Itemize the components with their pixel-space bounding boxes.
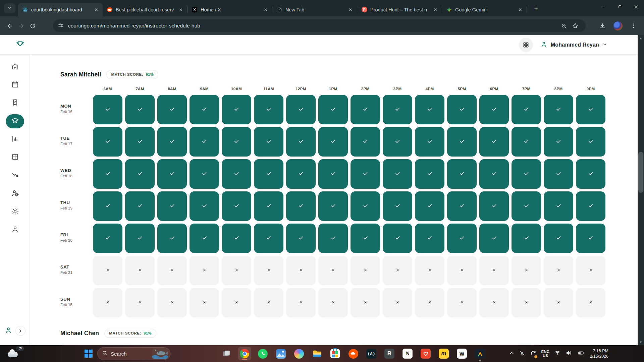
slot-available[interactable] bbox=[383, 95, 412, 124]
slot-available[interactable] bbox=[93, 191, 122, 221]
slot-unavailable[interactable] bbox=[93, 256, 122, 285]
slot-available[interactable] bbox=[447, 224, 477, 253]
sidebar-item-home[interactable] bbox=[6, 60, 24, 74]
taskbar-icon-a-gradient[interactable] bbox=[471, 345, 489, 362]
slot-unavailable[interactable] bbox=[512, 256, 541, 285]
tab-close-icon[interactable] bbox=[178, 7, 184, 13]
slot-available[interactable] bbox=[544, 95, 573, 124]
slot-available[interactable] bbox=[351, 191, 380, 221]
slot-available[interactable] bbox=[254, 127, 283, 157]
taskbar-icon-notion[interactable]: N bbox=[398, 345, 417, 362]
slot-available[interactable] bbox=[286, 191, 316, 221]
slot-unavailable[interactable] bbox=[383, 288, 412, 317]
slot-available[interactable] bbox=[544, 159, 573, 189]
slot-available[interactable] bbox=[222, 191, 251, 221]
slot-available[interactable] bbox=[286, 127, 316, 157]
slot-unavailable[interactable] bbox=[125, 288, 155, 317]
slot-unavailable[interactable] bbox=[157, 288, 187, 317]
slot-available[interactable] bbox=[479, 191, 509, 221]
slot-unavailable[interactable] bbox=[318, 256, 348, 285]
slot-unavailable[interactable] bbox=[415, 256, 444, 285]
slot-available[interactable] bbox=[254, 224, 283, 253]
slot-available[interactable] bbox=[383, 127, 412, 157]
slot-available[interactable] bbox=[576, 127, 605, 157]
battery-icon[interactable] bbox=[577, 350, 585, 358]
slot-available[interactable] bbox=[318, 127, 348, 157]
windows-start-button[interactable] bbox=[85, 350, 93, 358]
slot-unavailable[interactable] bbox=[222, 256, 251, 285]
site-info-icon[interactable] bbox=[58, 22, 64, 30]
slot-available[interactable] bbox=[383, 191, 412, 221]
slot-unavailable[interactable] bbox=[190, 288, 219, 317]
tab-close-icon[interactable] bbox=[263, 7, 269, 13]
taskbar-icon-whatsapp[interactable] bbox=[254, 345, 272, 362]
taskbar-icon-file-explorer[interactable] bbox=[308, 345, 326, 362]
slot-available[interactable] bbox=[125, 191, 155, 221]
downloads-button[interactable] bbox=[597, 20, 608, 32]
slot-unavailable[interactable] bbox=[93, 288, 122, 317]
slot-available[interactable] bbox=[447, 191, 477, 221]
scrollbar-thumb[interactable] bbox=[638, 152, 643, 193]
slot-available[interactable] bbox=[512, 191, 541, 221]
taskbar-icon-chrome[interactable] bbox=[235, 345, 254, 362]
browser-menu-button[interactable] bbox=[628, 20, 639, 32]
slot-available[interactable] bbox=[576, 224, 605, 253]
slot-unavailable[interactable] bbox=[286, 288, 316, 317]
slot-unavailable[interactable] bbox=[447, 256, 477, 285]
slot-available[interactable] bbox=[415, 127, 444, 157]
browser-tab[interactable]: courtbookingdashboard bbox=[18, 3, 103, 16]
slot-available[interactable] bbox=[190, 95, 219, 124]
slot-unavailable[interactable] bbox=[254, 256, 283, 285]
tab-close-icon[interactable] bbox=[347, 7, 354, 13]
slot-available[interactable] bbox=[190, 191, 219, 221]
trophy-logo-icon[interactable] bbox=[15, 40, 25, 52]
slot-available[interactable] bbox=[415, 95, 444, 124]
sidebar-item-profile[interactable] bbox=[6, 223, 24, 237]
sidebar-item-settings[interactable] bbox=[6, 205, 24, 219]
slot-available[interactable] bbox=[125, 224, 155, 253]
slot-available[interactable] bbox=[576, 191, 605, 221]
slot-available[interactable] bbox=[190, 224, 219, 253]
tab-close-icon[interactable] bbox=[432, 7, 438, 13]
taskbar-icon-soundcloud[interactable] bbox=[344, 345, 362, 362]
slot-unavailable[interactable] bbox=[576, 256, 605, 285]
slot-available[interactable] bbox=[222, 127, 251, 157]
sidebar-item-analytics[interactable] bbox=[6, 132, 24, 146]
url-text[interactable]: courtingo.com/mohammed-reyan/instructor-… bbox=[68, 23, 558, 29]
slot-available[interactable] bbox=[157, 95, 187, 124]
slot-unavailable[interactable] bbox=[157, 256, 187, 285]
slot-available[interactable] bbox=[286, 159, 316, 189]
profile-avatar[interactable] bbox=[613, 21, 623, 31]
taskbar-icon-red-app[interactable] bbox=[417, 345, 435, 362]
slot-unavailable[interactable] bbox=[190, 256, 219, 285]
vertical-scrollbar[interactable]: ▲ ▼ bbox=[638, 35, 644, 345]
slot-available[interactable] bbox=[544, 127, 573, 157]
scroll-down-arrow[interactable]: ▼ bbox=[638, 339, 644, 345]
slot-available[interactable] bbox=[157, 191, 187, 221]
slot-available[interactable] bbox=[447, 127, 477, 157]
apps-grid-button[interactable] bbox=[519, 38, 533, 52]
sidebar-item-bookmark[interactable] bbox=[6, 96, 24, 110]
wifi-icon[interactable] bbox=[554, 350, 561, 358]
slot-available[interactable] bbox=[351, 224, 380, 253]
sidebar-item-trends[interactable] bbox=[6, 169, 24, 183]
slot-available[interactable] bbox=[544, 191, 573, 221]
slot-available[interactable] bbox=[415, 191, 444, 221]
slot-available[interactable] bbox=[157, 127, 187, 157]
slot-available[interactable] bbox=[512, 127, 541, 157]
taskbar-icon-task-view[interactable] bbox=[217, 345, 235, 362]
slot-available[interactable] bbox=[351, 127, 380, 157]
browser-tab[interactable]: Best pickleball court reserv bbox=[103, 3, 187, 16]
slot-available[interactable] bbox=[351, 159, 380, 189]
slot-available[interactable] bbox=[286, 224, 316, 253]
address-bar[interactable]: courtingo.com/mohammed-reyan/instructor-… bbox=[53, 19, 586, 32]
slot-available[interactable] bbox=[125, 159, 155, 189]
new-tab-button[interactable]: + bbox=[532, 4, 540, 13]
slot-unavailable[interactable] bbox=[351, 256, 380, 285]
browser-tab[interactable]: PProduct Hunt – The best n bbox=[357, 3, 442, 16]
forward-button[interactable] bbox=[15, 20, 27, 32]
notifications-off-icon[interactable] bbox=[519, 350, 525, 358]
slot-unavailable[interactable] bbox=[286, 256, 316, 285]
taskbar-search[interactable]: Search bbox=[97, 347, 170, 360]
tab-search-button[interactable] bbox=[4, 3, 15, 13]
